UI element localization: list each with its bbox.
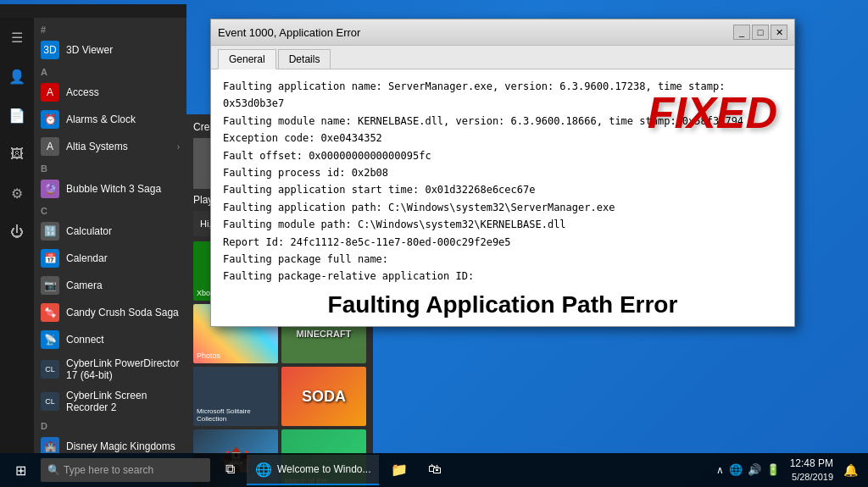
volume-icon[interactable]: 🔊 xyxy=(748,463,761,476)
app-alarms[interactable]: ⏰ Alarms & Clock xyxy=(34,106,186,133)
app-alarms-label: Alarms & Clock xyxy=(66,113,136,125)
clock-date: 5/28/2019 xyxy=(790,471,833,483)
app-camera-label: Camera xyxy=(66,279,103,291)
app-bubble[interactable]: 🔮 Bubble Witch 3 Saga xyxy=(34,175,186,202)
section-b: B xyxy=(34,160,186,175)
taskbar-right: ∧ 🌐 🔊 🔋 12:48 PM 5/28/2019 🔔 xyxy=(706,457,868,483)
taskbar: ⊞ 🔍 Type here to search ⧉ 🌐 Welcome to W… xyxy=(0,453,868,487)
maximize-button[interactable]: □ xyxy=(752,25,769,40)
dialog-tabs: General Details xyxy=(211,46,794,69)
battery-icon: 🔋 xyxy=(766,463,780,476)
settings-icon[interactable]: ⚙ xyxy=(4,180,30,206)
photos-label: Photos xyxy=(197,351,220,360)
edge-label: Welcome to Windo... xyxy=(277,463,370,475)
network-icon[interactable]: 🌐 xyxy=(729,463,743,476)
tab-general[interactable]: General xyxy=(218,49,276,69)
camera-icon: 📷 xyxy=(41,276,59,295)
taskbar-fileexplorer[interactable]: 📁 xyxy=(382,455,416,485)
app-cyberlink-pd-label: CyberLink PowerDirector 17 (64-bit) xyxy=(66,357,180,381)
access-icon: A xyxy=(41,83,59,102)
app-bubble-label: Bubble Witch 3 Saga xyxy=(66,183,161,195)
clock[interactable]: 12:48 PM 5/28/2019 xyxy=(790,457,833,483)
pictures-icon[interactable]: 🖼 xyxy=(4,141,30,167)
3dviewer-icon: 3D xyxy=(41,41,59,59)
power-icon[interactable]: ⏻ xyxy=(4,219,30,245)
clock-time: 12:48 PM xyxy=(790,457,833,471)
main-error-title: Faulting Application Path Error xyxy=(223,292,782,318)
connect-icon: 📡 xyxy=(41,330,59,349)
app-access-label: Access xyxy=(66,86,99,98)
candy-icon: 🍬 xyxy=(41,303,59,322)
start-menu-content: ☰ 👤 📄 🖼 ⚙ ⏻ # 3D 3D Viewer A A Access xyxy=(0,18,186,453)
altia-icon: A xyxy=(41,137,59,156)
desktop: PS Pinnacle Studio 19 PS PinnacleStu... … xyxy=(0,0,868,487)
app-cyberlink-sr-label: CyberLink Screen Recorder 2 xyxy=(66,390,180,413)
dialog-title: Event 1000, Application Error xyxy=(218,26,360,39)
error-line-4: Fault offset: 0x0000000000000095fc xyxy=(223,147,782,164)
section-a: A xyxy=(34,64,186,79)
error-line-11: Faulting package-relative application ID… xyxy=(223,268,782,285)
edge-icon: 🌐 xyxy=(255,462,272,478)
error-line-10: Faulting package full name: xyxy=(223,251,782,268)
app-calculator-label: Calculator xyxy=(66,225,112,237)
documents-icon[interactable]: 📄 xyxy=(4,102,30,128)
error-line-5: Faulting process id: 0x2b08 xyxy=(223,164,782,181)
fileexplorer-icon: 📁 xyxy=(391,462,408,478)
taskview-icon: ⧉ xyxy=(225,462,235,477)
dialog-content: FIXED Faulting application name: ServerM… xyxy=(211,69,794,326)
chevron-up-icon[interactable]: ∧ xyxy=(716,464,724,476)
close-button[interactable]: ✕ xyxy=(771,25,787,40)
search-placeholder-text: Type here to search xyxy=(64,464,153,476)
user-icon[interactable]: 👤 xyxy=(4,64,30,89)
cyberlink-pd-icon: CL xyxy=(41,360,59,379)
app-connect[interactable]: 📡 Connect xyxy=(34,326,186,353)
error-line-8: Faulting module path: C:\Windows\system3… xyxy=(223,216,782,233)
start-menu-top xyxy=(0,4,186,18)
app-cyberlink-pd[interactable]: CL CyberLink PowerDirector 17 (64-bit) xyxy=(34,353,186,385)
error-line-7: Faulting application path: C:\Windows\sy… xyxy=(223,199,782,216)
app-camera[interactable]: 📷 Camera xyxy=(34,272,186,299)
start-button[interactable]: ⊞ xyxy=(0,453,41,487)
app-disney-label: Disney Magic Kingdoms xyxy=(66,440,175,452)
error-dialog: Event 1000, Application Error _ □ ✕ Gene… xyxy=(210,19,795,327)
app-candy[interactable]: 🍬 Candy Crush Soda Saga xyxy=(34,299,186,326)
taskbar-edge[interactable]: 🌐 Welcome to Windo... xyxy=(247,455,379,485)
app-3dviewer-label: 3D Viewer xyxy=(66,44,113,56)
app-calendar[interactable]: 📅 Calendar xyxy=(34,245,186,272)
search-bar[interactable]: 🔍 Type here to search xyxy=(41,458,210,482)
solitaire-label: Microsoft Solitaire Collection xyxy=(197,407,278,423)
store-icon: 🛍 xyxy=(428,462,442,477)
error-line-9: Report Id: 24fc1112-8e5c-11e7-80ed-000c2… xyxy=(223,234,782,251)
cyberlink-sr-icon: CL xyxy=(41,392,59,411)
altia-chevron: › xyxy=(177,142,180,152)
start-menu-left: ☰ 👤 📄 🖼 ⚙ ⏻ xyxy=(0,18,34,453)
candy-label: SODA xyxy=(302,388,346,406)
dialog-titlebar: Event 1000, Application Error _ □ ✕ xyxy=(211,19,794,46)
app-list: # 3D 3D Viewer A A Access ⏰ Alarms & Clo… xyxy=(34,18,186,453)
section-d: D xyxy=(34,418,186,433)
minimize-button[interactable]: _ xyxy=(733,25,750,40)
app-3dviewer[interactable]: 3D 3D Viewer xyxy=(34,36,186,64)
tab-details[interactable]: Details xyxy=(278,49,331,69)
alarms-icon: ⏰ xyxy=(41,110,59,129)
app-calculator[interactable]: 🔢 Calculator xyxy=(34,218,186,245)
tile-candy[interactable]: SODA xyxy=(281,367,366,426)
notification-icon[interactable]: 🔔 xyxy=(843,463,858,477)
app-connect-label: Connect xyxy=(66,334,104,346)
app-cyberlink-sr[interactable]: CL CyberLink Screen Recorder 2 xyxy=(34,385,186,418)
dialog-controls: _ □ ✕ xyxy=(733,25,787,40)
taskbar-store[interactable]: 🛍 xyxy=(420,455,450,485)
app-altia[interactable]: A Altia Systems › xyxy=(34,133,186,160)
minecraft-label: MINECRAFT xyxy=(297,329,352,339)
app-disney[interactable]: 🏰 Disney Magic Kingdoms xyxy=(34,433,186,453)
calendar-icon: 📅 xyxy=(41,249,59,268)
search-icon: 🔍 xyxy=(47,464,60,476)
app-altia-label: Altia Systems xyxy=(66,141,128,152)
bubble-icon: 🔮 xyxy=(41,180,59,198)
app-access[interactable]: A Access xyxy=(34,79,186,106)
taskview-button[interactable]: ⧉ xyxy=(217,455,243,485)
hamburger-icon[interactable]: ☰ xyxy=(4,25,30,50)
section-hash: # xyxy=(34,21,186,36)
calculator-icon: 🔢 xyxy=(41,222,59,241)
tile-solitaire[interactable]: Microsoft Solitaire Collection xyxy=(193,367,278,426)
